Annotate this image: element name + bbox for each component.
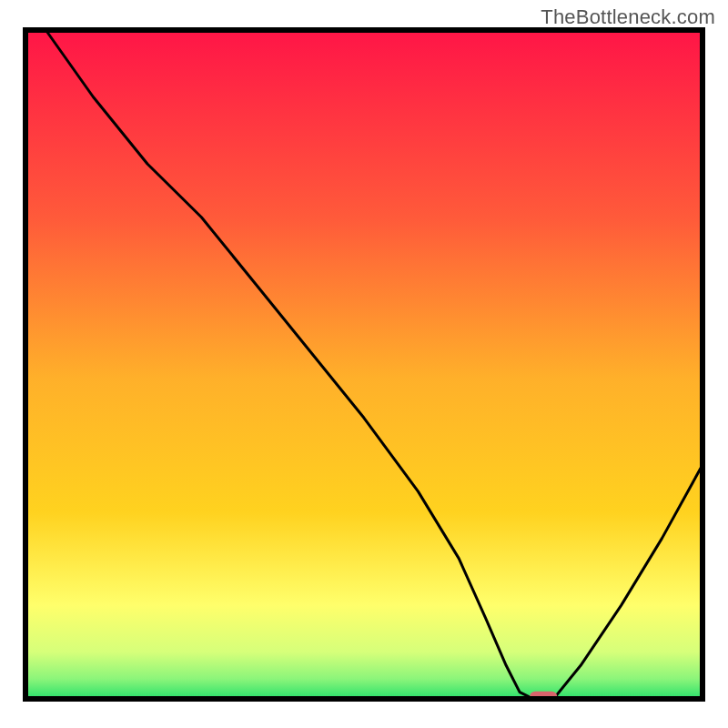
plot-background (25, 30, 703, 699)
bottleneck-chart (0, 0, 728, 728)
chart-container: { "watermark": "TheBottleneck.com", "col… (0, 0, 728, 728)
watermark-text: TheBottleneck.com (541, 5, 715, 29)
